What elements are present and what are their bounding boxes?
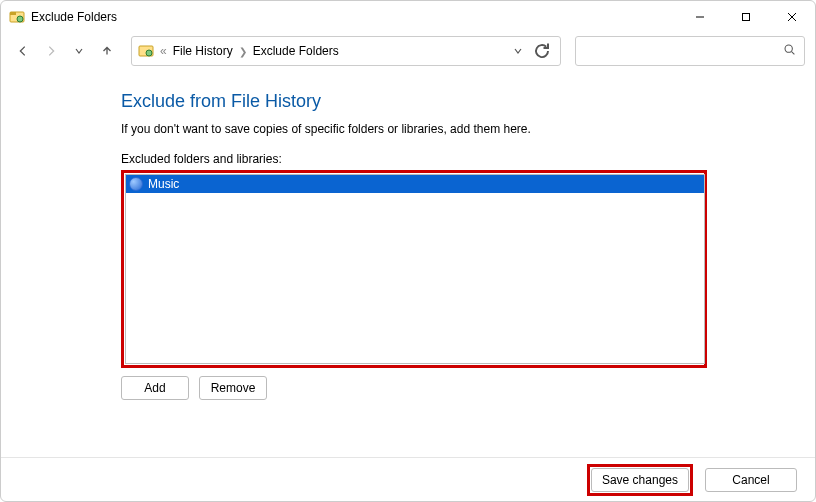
minimize-button[interactable] [677, 1, 723, 33]
recent-locations-button[interactable] [67, 39, 91, 63]
svg-line-10 [792, 52, 795, 55]
highlight-annotation: Save changes [587, 464, 693, 496]
navigation-row: « File History ❯ Exclude Folders [1, 33, 815, 69]
back-button[interactable] [11, 39, 35, 63]
breadcrumb-item[interactable]: Exclude Folders [251, 44, 341, 58]
titlebar: Exclude Folders [1, 1, 815, 33]
save-changes-button[interactable]: Save changes [591, 468, 689, 492]
content-area: Exclude from File History If you don't w… [1, 69, 815, 457]
remove-button[interactable]: Remove [199, 376, 267, 400]
search-input[interactable] [584, 44, 783, 58]
add-button[interactable]: Add [121, 376, 189, 400]
app-icon [9, 9, 25, 25]
address-bar[interactable]: « File History ❯ Exclude Folders [131, 36, 561, 66]
refresh-button[interactable] [530, 39, 554, 63]
close-button[interactable] [769, 1, 815, 33]
list-item[interactable]: Music [126, 175, 704, 193]
up-button[interactable] [95, 39, 119, 63]
chevron-right-icon: ❯ [235, 46, 251, 57]
cancel-button[interactable]: Cancel [705, 468, 797, 492]
page-description: If you don't want to save copies of spec… [121, 122, 795, 136]
folder-icon [138, 43, 154, 59]
svg-rect-1 [10, 12, 16, 15]
svg-point-9 [785, 45, 792, 52]
breadcrumb-item[interactable]: File History [171, 44, 235, 58]
search-box[interactable] [575, 36, 805, 66]
highlight-annotation: Music [121, 170, 707, 368]
list-label: Excluded folders and libraries: [121, 152, 795, 166]
svg-point-8 [146, 50, 152, 56]
address-dropdown-button[interactable] [506, 39, 530, 63]
search-icon [783, 43, 796, 59]
breadcrumb-prefix: « [160, 44, 171, 58]
forward-button[interactable] [39, 39, 63, 63]
window-title: Exclude Folders [31, 10, 117, 24]
window: Exclude Folders « File Histo [0, 0, 816, 502]
svg-rect-4 [743, 14, 750, 21]
footer: Save changes Cancel [1, 457, 815, 501]
list-item-label: Music [148, 177, 179, 191]
music-library-icon [129, 177, 143, 191]
list-button-row: Add Remove [121, 376, 795, 400]
excluded-folders-list[interactable]: Music [125, 174, 705, 364]
svg-point-2 [17, 16, 23, 22]
page-title: Exclude from File History [121, 91, 795, 112]
maximize-button[interactable] [723, 1, 769, 33]
